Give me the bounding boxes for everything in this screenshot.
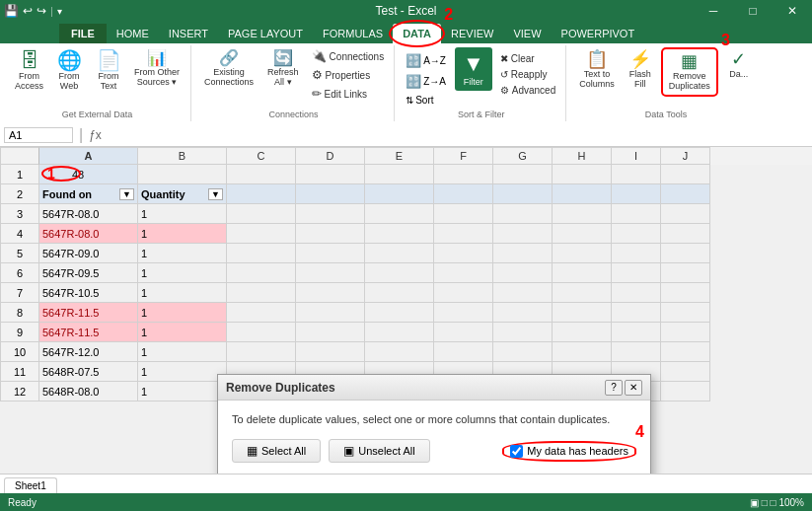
cell-e1[interactable] [365, 165, 434, 184]
my-data-headers-label[interactable]: My data has headers 4 [502, 441, 636, 462]
filter-dropdown-b[interactable]: ▼ [208, 188, 223, 200]
properties-btn[interactable]: ⚙ Properties [308, 66, 389, 84]
cell-b10[interactable]: 1 [138, 342, 227, 362]
cell-a7[interactable]: 5647R-10.5 [39, 283, 138, 303]
select-all-label: Select All [261, 445, 306, 457]
col-header-j[interactable]: J [661, 147, 710, 165]
remove-duplicates-btn[interactable]: ▦ Remove Duplicates 3 [661, 47, 718, 97]
text-to-columns-btn[interactable]: 📋 Text to Columns [574, 47, 620, 93]
from-access-btn[interactable]: 🗄 From Access [10, 47, 48, 95]
cell-f1[interactable] [434, 165, 493, 184]
name-box[interactable] [4, 127, 73, 143]
cell-b9[interactable]: 1 [138, 323, 227, 342]
col-header-d[interactable]: D [296, 147, 365, 165]
sort-custom-btn[interactable]: ⇅Sort [403, 93, 449, 108]
filter-btn[interactable]: ▼ Filter [455, 47, 492, 91]
tab-home[interactable]: HOME [107, 24, 159, 43]
from-text-btn[interactable]: 📄 From Text [90, 47, 127, 95]
cell-h1[interactable] [553, 165, 612, 184]
cell-d2[interactable] [296, 184, 365, 204]
tab-pagelayout[interactable]: PAGE LAYOUT [218, 24, 313, 43]
advanced-btn[interactable]: ⚙ Advanced [496, 83, 559, 98]
sort-za-btn[interactable]: 🔡 Z→A [403, 72, 449, 91]
existing-connections-btn[interactable]: 🔗 Existing Connections [199, 47, 258, 91]
col-header-h[interactable]: H [553, 147, 612, 165]
connections-btn[interactable]: 🔌 Connections [308, 47, 389, 65]
maximize-btn[interactable]: □ [733, 0, 773, 22]
redo-icon[interactable]: ↪ [37, 4, 46, 18]
col-header-f[interactable]: F [434, 147, 493, 165]
cell-a4[interactable]: 5647R-08.0 [39, 224, 138, 244]
sort-az-btn[interactable]: 🔡 A→Z [403, 51, 449, 70]
cell-b7[interactable]: 1 [138, 283, 227, 303]
cell-b4[interactable]: 1 [138, 224, 227, 244]
cell-i1[interactable] [612, 165, 661, 184]
minimize-btn[interactable]: ─ [694, 0, 733, 22]
select-all-btn[interactable]: ▦ Select All [232, 439, 321, 463]
cell-a3[interactable]: 5647R-08.0 [39, 204, 138, 224]
data-validation-btn[interactable]: ✓ Da... [720, 47, 758, 83]
row-header-2[interactable]: 2 [0, 184, 39, 204]
refresh-all-btn[interactable]: 🔄 Refresh All ▾ [262, 47, 304, 91]
row-header-1[interactable]: 1 [0, 165, 39, 184]
col-header-c[interactable]: C [227, 147, 296, 165]
cell-b2[interactable]: Quantity ▼ [138, 184, 227, 204]
my-data-headers-checkbox[interactable] [510, 445, 523, 458]
save-icon[interactable]: 💾 [4, 4, 19, 18]
flash-fill-btn[interactable]: ⚡ Flash Fill [622, 47, 659, 93]
formula-input[interactable] [106, 128, 808, 142]
undo-icon[interactable]: ↩ [23, 4, 33, 18]
sheet-tab-sheet1[interactable]: Sheet1 [4, 477, 57, 493]
cell-a6[interactable]: 5647R-09.5 [39, 263, 138, 283]
cell-e2[interactable] [365, 184, 434, 204]
tab-formulas[interactable]: FORMULAS [313, 24, 393, 43]
cell-b6[interactable]: 1 [138, 263, 227, 283]
tab-insert[interactable]: INSERT [159, 24, 218, 43]
edit-links-btn[interactable]: ✏ Edit Links [308, 85, 389, 103]
cell-a9[interactable]: 5647R-11.5 [39, 323, 138, 342]
cell-d1[interactable] [296, 165, 365, 184]
cell-b8[interactable]: 1 [138, 303, 227, 323]
from-other-sources-btn[interactable]: 📊 From Other Sources ▾ [129, 47, 185, 91]
tab-review[interactable]: REVIEW [441, 24, 503, 43]
col-header-a[interactable]: A [39, 147, 138, 165]
cell-a11[interactable]: 5648R-07.5 [39, 362, 138, 382]
cell-b12[interactable]: 1 [138, 382, 227, 402]
col-header-e[interactable]: E [365, 147, 434, 165]
row-header-8: 8 [0, 303, 39, 323]
cell-c1[interactable] [227, 165, 296, 184]
customize-icon[interactable]: ▾ [57, 6, 62, 17]
cell-b5[interactable]: 1 [138, 244, 227, 263]
from-web-btn[interactable]: 🌐 From Web [50, 47, 88, 95]
col-header-i[interactable]: I [612, 147, 661, 165]
cell-a2[interactable]: Found on ▼ [39, 184, 138, 204]
cell-a1[interactable]: 1 48 [39, 165, 138, 184]
cell-b11[interactable]: 1 [138, 362, 227, 382]
cell-b1[interactable] [138, 165, 227, 184]
cell-a12[interactable]: 5648R-08.0 [39, 382, 138, 402]
tab-powerpivot[interactable]: POWERPIVOT [552, 24, 645, 43]
dialog-close-btn[interactable]: ✕ [625, 380, 642, 396]
dialog-help-btn[interactable]: ? [605, 380, 623, 396]
file-tab[interactable]: FILE [59, 24, 107, 43]
reapply-btn[interactable]: ↺ Reapply [496, 67, 559, 82]
clear-btn[interactable]: ✖ Clear [496, 51, 559, 66]
reapply-label: Reapply [511, 69, 548, 80]
close-btn[interactable]: ✕ [773, 0, 812, 22]
tab-view[interactable]: VIEW [503, 24, 551, 43]
cell-g1[interactable] [493, 165, 553, 184]
cell-a5[interactable]: 5647R-09.0 [39, 244, 138, 263]
col-header-b[interactable]: B [138, 147, 227, 165]
connections-label: Connections [330, 51, 385, 62]
filter-dropdown-a[interactable]: ▼ [119, 188, 134, 200]
cell-j1[interactable] [661, 165, 710, 184]
cell-c2[interactable] [227, 184, 296, 204]
separator: | [50, 5, 53, 17]
unselect-all-btn[interactable]: ▣ Unselect All [329, 439, 429, 463]
cell-a8[interactable]: 5647R-11.5 [39, 303, 138, 323]
col-header-g[interactable]: G [493, 147, 553, 165]
cell-b3[interactable]: 1 [138, 204, 227, 224]
tab-data[interactable]: DATA 2 [393, 24, 441, 43]
data-tab-label: DATA [403, 28, 431, 39]
cell-a10[interactable]: 5647R-12.0 [39, 342, 138, 362]
